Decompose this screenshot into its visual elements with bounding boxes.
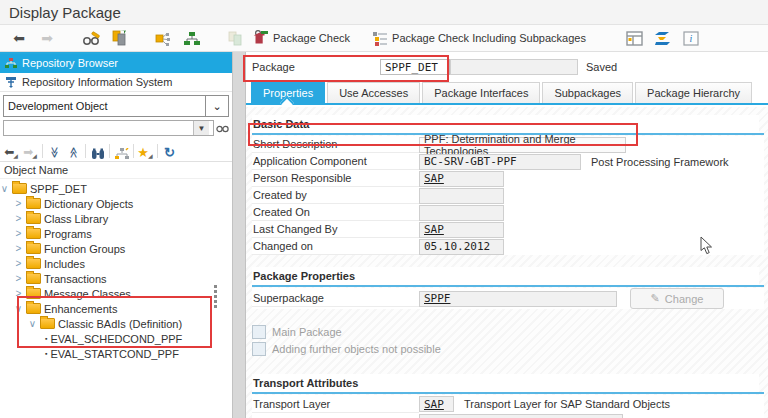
change-button[interactable]: ✎ Change (630, 288, 724, 309)
package-detail-panel: Package SPPF_DET Saved Properties Use Ac… (246, 52, 768, 418)
form-row-created-on: Created On (252, 204, 764, 221)
expander-open-icon[interactable]: ∨ (28, 319, 37, 329)
display-hierarchy-button[interactable] (112, 142, 131, 160)
tree-forward-button[interactable]: ➡◢ (21, 142, 40, 160)
expander-closed-icon[interactable]: > (14, 259, 23, 269)
form-row-person-responsible: Person Responsible SAP (252, 170, 764, 187)
form-row-software-component: Software Component SAP_BASIS Release 754… (252, 413, 764, 418)
forward-arrow-icon: ➡ (41, 31, 53, 45)
tree-node-eval-schedcond-ppf[interactable]: ▪EVAL_SCHEDCOND_PPF (0, 331, 232, 346)
expander-closed-icon[interactable]: > (14, 214, 23, 224)
refresh-button[interactable]: ↻ (160, 142, 179, 160)
sort-layers-button[interactable] (650, 27, 676, 49)
software-component-field[interactable]: SAP_BASIS (419, 414, 623, 418)
where-used-button[interactable] (150, 27, 176, 49)
find-button[interactable] (88, 142, 107, 160)
expander-closed-icon[interactable]: > (14, 244, 23, 254)
tree-node-function-groups[interactable]: >Function Groups (0, 241, 232, 256)
repository-browser-icon (5, 58, 17, 69)
expander-open-icon[interactable]: ∨ (0, 184, 9, 194)
back-button[interactable]: ⬅ (6, 27, 32, 49)
tree-node-includes[interactable]: >Includes (0, 256, 232, 271)
layout-button[interactable] (622, 27, 648, 49)
expand-all-button[interactable]: ≫ (64, 142, 83, 160)
last-changed-by-field[interactable]: SAP (419, 222, 504, 238)
toolbar-separator (133, 144, 134, 158)
tab-package-hierarchy[interactable]: Package Hierarchy (635, 82, 752, 103)
tree-node-enhancements[interactable]: ∨Enhancements (0, 301, 232, 316)
person-responsible-field[interactable]: SAP (419, 171, 504, 187)
object-search-input[interactable]: ▼ (3, 120, 214, 136)
sidebar-item-repository-info-system[interactable]: Repository Information System (0, 73, 232, 92)
object-list-icon (183, 31, 200, 46)
checkbox-icon[interactable] (252, 325, 266, 339)
tab-package-interfaces[interactable]: Package Interfaces (422, 82, 540, 103)
tree-node-classic-badis[interactable]: ∨Classic BAdIs (Definition) (0, 316, 232, 331)
expander-closed-icon[interactable]: > (14, 199, 23, 209)
search-glasses-icon[interactable] (216, 123, 229, 134)
sidebar-item-label: Repository Information System (22, 76, 172, 88)
package-check-subpackages-label: Package Check Including Subpackages (392, 32, 586, 44)
page-title: Display Package (9, 4, 121, 21)
object-type-select[interactable]: Development Object ⌄ (3, 95, 229, 117)
tree-back-button[interactable]: ⬅◢ (2, 142, 21, 160)
main-package-checkbox-label: Main Package (272, 326, 342, 338)
forward-button[interactable]: ➡ (34, 27, 60, 49)
dropdown-arrow-icon[interactable]: ▼ (193, 121, 209, 135)
tree-node-label: Transactions (44, 273, 107, 285)
package-secondary-field[interactable] (450, 59, 578, 75)
tree-toolbar: ⬅◢ ➡◢ ≫ ≫ ★◢ ↻ (0, 140, 232, 162)
expander-closed-icon[interactable]: > (14, 274, 23, 284)
application-component-field[interactable]: BC-SRV-GBT-PPF (419, 154, 581, 170)
transport-layer-field[interactable]: SAP (419, 396, 454, 412)
expander-closed-icon[interactable]: > (14, 229, 23, 239)
created-on-field[interactable] (419, 205, 504, 221)
field-label: Created On (252, 204, 419, 221)
double-chevron-up-icon: ≫ (66, 146, 81, 158)
folder-icon (26, 228, 41, 239)
superpackage-field[interactable]: SPPF (419, 291, 617, 307)
copy-button[interactable] (106, 27, 132, 49)
sidebar-item-repository-browser[interactable]: Repository Browser (0, 54, 232, 73)
field-label: Last Changed By (252, 221, 419, 238)
display-change-button[interactable] (78, 27, 104, 49)
folder-icon (26, 288, 41, 299)
chevron-down-icon: ⌄ (205, 96, 228, 116)
folder-icon (26, 243, 41, 254)
panel-splitter[interactable] (232, 52, 246, 418)
tree-node-class-library[interactable]: >Class Library (0, 211, 232, 226)
collapse-all-button[interactable]: ≫ (45, 142, 64, 160)
checkbox-icon[interactable] (252, 342, 266, 356)
section-title-package-properties: Package Properties (252, 267, 759, 285)
package-check-subpackages-button[interactable]: Package Check Including Subpackages (370, 27, 588, 49)
tree-node-dictionary-objects[interactable]: >Dictionary Objects (0, 196, 232, 211)
package-check-button[interactable]: Package Check (250, 27, 352, 49)
folder-icon (26, 198, 41, 209)
expander-closed-icon[interactable]: > (14, 289, 23, 299)
section-underline (252, 285, 764, 287)
where-used-icon (155, 31, 171, 46)
splitter-handle[interactable] (214, 285, 217, 308)
created-by-field[interactable] (419, 188, 504, 204)
refresh-icon: ↻ (164, 145, 175, 160)
tree-node-programs[interactable]: >Programs (0, 226, 232, 241)
favorites-button[interactable]: ★◢ (136, 142, 155, 160)
package-name-field[interactable]: SPPF_DET (380, 59, 450, 75)
object-list-button[interactable] (178, 27, 204, 49)
tab-use-accesses[interactable]: Use Accesses (327, 82, 420, 103)
info-button[interactable]: i (678, 27, 704, 49)
changed-on-field[interactable]: 05.10.2012 (419, 239, 504, 255)
toolbar-separator (157, 144, 158, 158)
copy-icon (111, 30, 127, 46)
tree-node-eval-startcond-ppf[interactable]: ▪EVAL_STARTCOND_PPF (0, 346, 232, 361)
tree-node-transactions[interactable]: >Transactions (0, 271, 232, 286)
form-row-application-component: Application Component BC-SRV-GBT-PPF Pos… (252, 153, 764, 170)
inactive-copy-button[interactable] (222, 27, 248, 49)
short-description-field[interactable]: PPF: Determination and Merge Technologie… (419, 137, 626, 153)
tab-subpackages[interactable]: Subpackages (542, 82, 633, 103)
toolbar-separator (85, 144, 86, 158)
tree-node-label: EVAL_SCHEDCOND_PPF (50, 333, 182, 345)
tree-node-message-classes[interactable]: >Message Classes (0, 286, 232, 301)
tree-node-sppf-det[interactable]: ∨SPPF_DET (0, 181, 232, 196)
expander-open-icon[interactable]: ∨ (14, 304, 23, 314)
